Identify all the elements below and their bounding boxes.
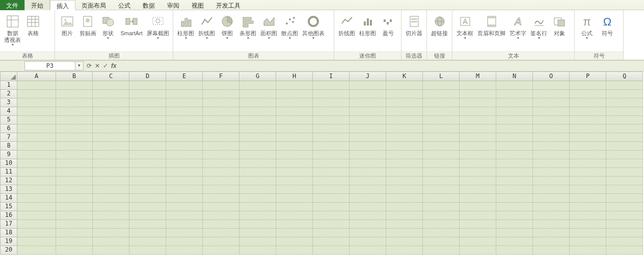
cell[interactable] [166, 151, 203, 159]
cell[interactable] [203, 98, 239, 107]
cell[interactable] [129, 98, 166, 107]
equation-button[interactable]: π 公式 ▾ [577, 12, 597, 41]
cell[interactable] [93, 116, 129, 125]
row-header[interactable]: 5 [0, 116, 17, 125]
cell[interactable] [313, 229, 350, 237]
cell[interactable] [56, 177, 93, 185]
cell[interactable] [496, 90, 533, 98]
cell[interactable] [239, 220, 276, 229]
cell[interactable] [386, 107, 423, 116]
cell[interactable] [570, 151, 606, 159]
cell[interactable] [386, 142, 423, 151]
cell[interactable] [496, 194, 533, 203]
cell[interactable] [203, 133, 239, 142]
cell[interactable] [239, 177, 276, 185]
cell[interactable] [350, 177, 386, 185]
spark-line-button[interactable]: 折线图 [336, 12, 357, 38]
cell[interactable] [313, 211, 350, 220]
cell[interactable] [93, 203, 129, 211]
row-header[interactable]: 3 [0, 98, 17, 107]
cell[interactable] [93, 211, 129, 220]
cell[interactable] [423, 98, 460, 107]
cell[interactable] [56, 81, 93, 90]
cell[interactable] [496, 159, 533, 168]
cell[interactable] [350, 107, 386, 116]
row-header[interactable]: 2 [0, 90, 17, 98]
cell[interactable] [129, 211, 166, 220]
hyperlink-button[interactable]: 超链接 [429, 12, 450, 38]
cell[interactable] [203, 107, 239, 116]
cell[interactable] [460, 194, 496, 203]
cell[interactable] [533, 185, 570, 194]
cell[interactable] [93, 159, 129, 168]
cell[interactable] [239, 168, 276, 177]
cell[interactable] [313, 177, 350, 185]
cell[interactable] [460, 203, 496, 211]
cell[interactable] [570, 159, 606, 168]
cell[interactable] [56, 151, 93, 159]
formula-accept-icon[interactable]: ✓ [103, 62, 108, 69]
cell[interactable] [203, 142, 239, 151]
cell[interactable] [313, 90, 350, 98]
cell[interactable] [606, 185, 643, 194]
cell[interactable] [56, 142, 93, 151]
fx-icon[interactable]: fx [111, 62, 117, 69]
cell[interactable] [423, 151, 460, 159]
cell[interactable] [276, 203, 313, 211]
cell[interactable] [423, 229, 460, 237]
column-header[interactable]: D [129, 71, 166, 81]
sigline-button[interactable]: 签名行 ▾ [528, 12, 549, 41]
cell[interactable] [313, 107, 350, 116]
cell[interactable] [386, 90, 423, 98]
cell[interactable] [386, 246, 423, 255]
cell[interactable] [386, 116, 423, 125]
cell[interactable] [313, 220, 350, 229]
cell[interactable] [166, 133, 203, 142]
cell[interactable] [276, 229, 313, 237]
row-header[interactable]: 11 [0, 168, 17, 177]
cell[interactable] [533, 107, 570, 116]
cell[interactable] [93, 125, 129, 133]
menu-formula[interactable]: 公式 [112, 0, 137, 10]
cell[interactable] [129, 142, 166, 151]
cell[interactable] [570, 116, 606, 125]
cell[interactable] [350, 90, 386, 98]
cell[interactable] [570, 246, 606, 255]
row-header[interactable]: 14 [0, 194, 17, 203]
cell[interactable] [239, 142, 276, 151]
cell[interactable] [386, 237, 423, 246]
cell[interactable] [460, 229, 496, 237]
cell[interactable] [460, 142, 496, 151]
cell[interactable] [276, 237, 313, 246]
clipart-button[interactable]: 剪贴画 [77, 12, 98, 38]
bar-chart-button[interactable]: 条形图 ▾ [237, 12, 258, 41]
cell[interactable] [203, 125, 239, 133]
column-chart-button[interactable]: 柱形图 ▾ [175, 12, 196, 41]
cell[interactable] [166, 98, 203, 107]
cell[interactable] [129, 90, 166, 98]
column-header[interactable]: A [17, 71, 56, 81]
column-header[interactable]: G [239, 71, 276, 81]
cell[interactable] [276, 185, 313, 194]
cell[interactable] [239, 185, 276, 194]
cell[interactable] [203, 203, 239, 211]
cell[interactable] [313, 81, 350, 90]
row-header[interactable]: 9 [0, 151, 17, 159]
column-header[interactable]: H [276, 71, 313, 81]
cell[interactable] [386, 211, 423, 220]
cell[interactable] [496, 168, 533, 177]
cell[interactable] [606, 159, 643, 168]
cell[interactable] [386, 159, 423, 168]
cell[interactable] [239, 81, 276, 90]
cell[interactable] [129, 194, 166, 203]
cell[interactable] [93, 194, 129, 203]
cell[interactable] [533, 142, 570, 151]
cell[interactable] [350, 246, 386, 255]
cell[interactable] [460, 125, 496, 133]
cell[interactable] [570, 90, 606, 98]
column-header[interactable]: K [386, 71, 423, 81]
cell[interactable] [460, 159, 496, 168]
cell[interactable] [239, 107, 276, 116]
cell[interactable] [423, 81, 460, 90]
cell[interactable] [93, 90, 129, 98]
